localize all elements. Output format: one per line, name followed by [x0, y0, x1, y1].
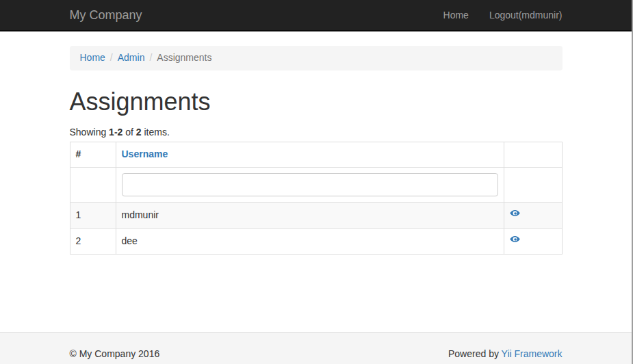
grid-summary: Showing 1-2 of 2 items. — [70, 126, 563, 140]
breadcrumb-current: Assignments — [157, 52, 211, 63]
assignments-table: # Username 1 mdmunir — [70, 142, 563, 255]
view-action-link[interactable] — [510, 208, 520, 218]
header-index: # — [70, 142, 116, 168]
breadcrumb-admin-link[interactable]: Admin — [118, 52, 145, 63]
username-filter-input[interactable] — [122, 173, 498, 196]
navbar-link-logout[interactable]: Logout(mdmunir) — [479, 10, 563, 21]
header-actions — [504, 142, 562, 168]
row-index-cell: 1 — [70, 203, 116, 229]
navbar: My Company Home Logout(mdmunir) — [0, 0, 632, 31]
breadcrumb-separator: / — [144, 52, 157, 63]
row-actions-cell — [504, 229, 562, 255]
summary-total: 2 — [136, 127, 142, 138]
navbar-brand[interactable]: My Company — [70, 7, 142, 25]
eye-icon — [510, 234, 520, 244]
row-username-cell: mdmunir — [116, 203, 504, 229]
filter-cell-empty — [70, 168, 116, 203]
footer: © My Company 2016 Powered by Yii Framewo… — [0, 332, 632, 364]
filter-cell-username — [116, 168, 504, 203]
row-actions-cell — [504, 203, 562, 229]
yii-framework-link[interactable]: Yii Framework — [502, 348, 563, 359]
table-row: 2 dee — [70, 229, 562, 255]
table-filter-row — [70, 168, 562, 203]
table-row: 1 mdmunir — [70, 203, 562, 229]
navbar-link-home[interactable]: Home — [433, 10, 479, 21]
table-header-row: # Username — [70, 142, 562, 168]
row-index-cell: 2 — [70, 229, 116, 255]
username-sort-link[interactable]: Username — [122, 148, 168, 159]
main-content: Home/Admin/Assignments Assignments Showi… — [60, 46, 573, 255]
row-username-cell: dee — [116, 229, 504, 255]
page: My Company Home Logout(mdmunir) Home/Adm… — [0, 0, 633, 364]
filter-cell-empty — [504, 168, 562, 203]
breadcrumb-home-link[interactable]: Home — [80, 52, 105, 63]
header-username: Username — [116, 142, 504, 168]
eye-icon — [510, 208, 520, 218]
page-title: Assignments — [70, 84, 563, 119]
breadcrumb-separator: / — [105, 52, 118, 63]
copyright-text: © My Company 2016 — [70, 348, 160, 361]
breadcrumb: Home/Admin/Assignments — [70, 46, 563, 70]
navbar-links: Home Logout(mdmunir) — [433, 9, 563, 23]
summary-range: 1-2 — [109, 127, 122, 138]
powered-by: Powered by Yii Framework — [448, 348, 563, 361]
view-action-link[interactable] — [510, 234, 520, 244]
